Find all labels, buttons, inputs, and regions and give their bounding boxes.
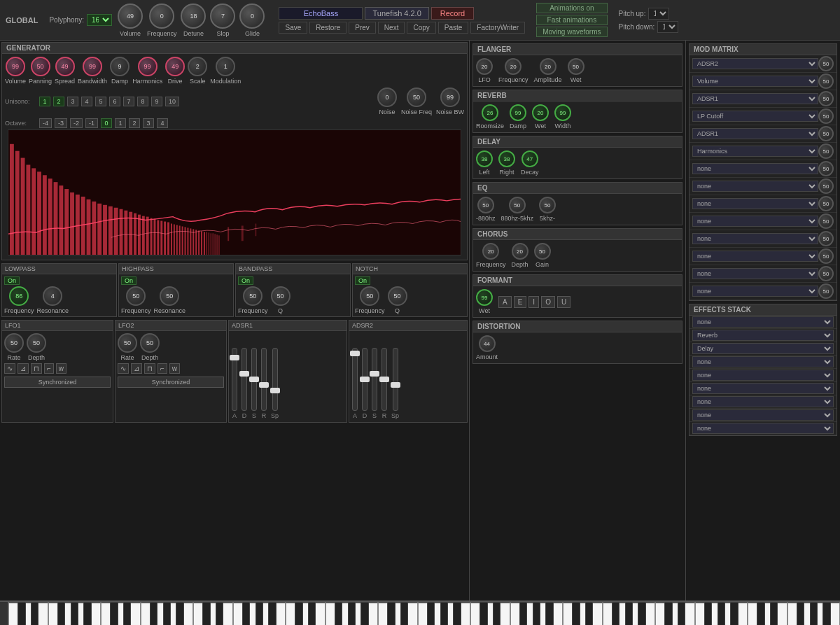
polyphony-select[interactable]: 16: [87, 14, 112, 26]
adsr2-a-thumb[interactable]: [350, 351, 360, 356]
black-key-0-4[interactable]: [57, 602, 65, 625]
matrix-knob-5[interactable]: 50: [818, 143, 834, 159]
bandpass-on-button[interactable]: On: [238, 276, 253, 285]
black-key-6-4[interactable]: [612, 602, 620, 625]
unisono-5[interactable]: 5: [95, 97, 106, 106]
prev-button[interactable]: Prev: [349, 22, 376, 34]
black-key-2-2[interactable]: [216, 602, 223, 625]
lowpass-freq-knob[interactable]: 86: [9, 286, 29, 306]
black-key-0-6[interactable]: [83, 602, 91, 625]
gen-panning-knob[interactable]: 50: [31, 57, 50, 76]
octave--2[interactable]: -2: [70, 118, 83, 128]
lfo1-depth-knob[interactable]: 50: [27, 333, 46, 353]
adsr1-a-track[interactable]: [232, 348, 237, 411]
black-key-0-2[interactable]: [31, 602, 38, 625]
stack-select-3[interactable]: none: [692, 356, 834, 367]
adsr1-a-thumb[interactable]: [230, 355, 239, 360]
black-key-8-1[interactable]: [757, 602, 764, 625]
octave-0[interactable]: 0: [101, 118, 112, 128]
copy-button[interactable]: Copy: [407, 22, 435, 34]
stack-select-0[interactable]: none: [692, 316, 834, 328]
adsr2-r-track[interactable]: [382, 348, 387, 411]
adsr2-sp-track[interactable]: [393, 348, 398, 411]
black-key-7-4[interactable]: [704, 602, 712, 625]
bandpass-q-knob[interactable]: 50: [271, 286, 290, 306]
black-key-3-6[interactable]: [360, 602, 368, 625]
black-key-6-5[interactable]: [625, 602, 633, 625]
stack-select-5[interactable]: none: [692, 383, 834, 394]
matrix-knob-1[interactable]: 50: [818, 73, 834, 89]
matrix-knob-6[interactable]: 50: [818, 161, 834, 176]
black-key-1-4[interactable]: [150, 602, 158, 625]
flanger-lfo-knob[interactable]: 20: [476, 58, 493, 75]
black-key-3-2[interactable]: [308, 602, 316, 625]
unisono-3[interactable]: 3: [67, 97, 78, 106]
eq-mid-knob[interactable]: 50: [509, 197, 526, 213]
adsr2-sp-thumb[interactable]: [391, 382, 400, 388]
eq-high-knob[interactable]: 50: [539, 197, 556, 213]
black-key-5-2[interactable]: [493, 602, 500, 625]
pitch-up-select[interactable]: 1: [648, 8, 669, 20]
flanger-wet-knob[interactable]: 50: [568, 58, 584, 75]
stack-select-4[interactable]: none: [692, 370, 834, 381]
matrix-select-9[interactable]: none: [692, 216, 818, 227]
highpass-res-knob[interactable]: 50: [160, 286, 179, 306]
adsr1-sp-track[interactable]: [272, 348, 278, 411]
chorus-freq-knob[interactable]: 20: [482, 243, 499, 260]
matrix-select-4[interactable]: ADSR1: [692, 128, 818, 139]
lfo2-sync-button[interactable]: Synchronized: [118, 377, 224, 388]
black-key-0-1[interactable]: [18, 602, 25, 625]
notch-q-knob[interactable]: 50: [388, 286, 407, 306]
distortion-amount-knob[interactable]: 44: [479, 335, 496, 352]
lfo1-square-btn[interactable]: ⊓: [31, 363, 42, 374]
black-key-0-5[interactable]: [71, 602, 78, 625]
black-key-7-1[interactable]: [664, 602, 672, 625]
global-slop-knob[interactable]: 7: [210, 3, 235, 29]
black-key-8-6[interactable]: [822, 602, 830, 625]
matrix-knob-2[interactable]: 50: [818, 91, 834, 106]
adsr1-s-thumb[interactable]: [249, 377, 259, 382]
octave--3[interactable]: -3: [55, 118, 67, 128]
black-key-1-2[interactable]: [123, 602, 131, 625]
matrix-knob-13[interactable]: 50: [818, 283, 834, 299]
formant-i-btn[interactable]: I: [528, 296, 539, 308]
unisono-10[interactable]: 10: [165, 97, 179, 106]
chorus-gain-knob[interactable]: 50: [534, 243, 551, 260]
black-key-4-5[interactable]: [440, 602, 448, 625]
lfo2-sine-btn[interactable]: ∿: [118, 363, 129, 374]
lfo1-sync-button[interactable]: Synchronized: [4, 377, 111, 388]
adsr1-r-thumb[interactable]: [259, 382, 269, 388]
matrix-knob-8[interactable]: 50: [818, 196, 834, 211]
lfo2-depth-knob[interactable]: 50: [140, 333, 160, 353]
unisono-9[interactable]: 9: [151, 97, 162, 106]
octave--4[interactable]: -4: [39, 118, 52, 128]
black-key-2-5[interactable]: [255, 602, 263, 625]
lowpass-res-knob[interactable]: 4: [43, 286, 62, 306]
unisono-8[interactable]: 8: [137, 97, 148, 106]
formant-e-btn[interactable]: E: [514, 296, 527, 308]
unisono-2[interactable]: 2: [53, 97, 64, 106]
stack-select-6[interactable]: none: [692, 396, 834, 407]
black-key-7-6[interactable]: [730, 602, 738, 625]
matrix-select-0[interactable]: ADSR2: [692, 58, 818, 69]
moving-waveforms-button[interactable]: Moving waveforms: [536, 27, 607, 37]
black-key-2-4[interactable]: [242, 602, 250, 625]
black-key-8-4[interactable]: [797, 602, 804, 625]
next-button[interactable]: Next: [378, 22, 405, 34]
pitch-down-select[interactable]: 1: [657, 21, 678, 33]
black-key-3-5[interactable]: [348, 602, 356, 625]
black-key-1-5[interactable]: [163, 602, 171, 625]
global-detune-knob[interactable]: 18: [181, 3, 206, 29]
adsr2-a-track[interactable]: [352, 348, 358, 411]
black-key-4-4[interactable]: [427, 602, 435, 625]
matrix-select-13[interactable]: none: [692, 286, 818, 297]
lfo1-sine-btn[interactable]: ∿: [4, 363, 15, 374]
noise-knob[interactable]: 0: [377, 87, 397, 107]
lfo2-saw-btn[interactable]: ⊿: [131, 363, 142, 374]
stack-select-1[interactable]: Reverb: [692, 330, 834, 341]
adsr2-s-thumb[interactable]: [370, 371, 379, 377]
eq-low-knob[interactable]: 50: [477, 197, 494, 213]
black-key-7-5[interactable]: [718, 602, 725, 625]
matrix-select-5[interactable]: Harmonics: [692, 146, 818, 157]
stack-select-8[interactable]: none: [692, 423, 834, 434]
